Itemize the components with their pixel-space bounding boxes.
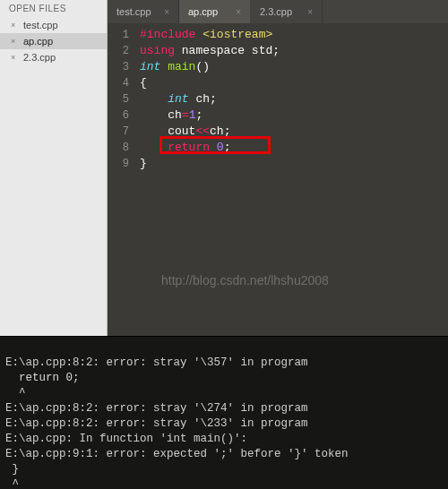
watermark: http://blog.csdn.net/lhshu2008: [161, 272, 329, 288]
console-line: ^: [5, 387, 26, 399]
console-line: ^: [5, 478, 19, 489]
sidebar-item-ap[interactable]: × ap.cpp: [0, 33, 107, 49]
code-editor[interactable]: 1 2 3 4 5 6 7 8 9 #include <iostream> us…: [108, 23, 448, 336]
close-icon[interactable]: ×: [11, 53, 20, 62]
tab-ap[interactable]: ap.cpp ×: [179, 0, 251, 23]
tab-label: test.cpp: [116, 6, 151, 17]
console-line: E:\ap.cpp:9:1: error: expected ';' befor…: [5, 448, 349, 460]
console-line: E:\ap.cpp:8:2: error: stray '\274' in pr…: [5, 402, 308, 415]
close-icon[interactable]: ×: [307, 7, 313, 17]
close-icon[interactable]: ×: [11, 21, 20, 30]
line-gutter: 1 2 3 4 5 6 7 8 9: [108, 23, 134, 336]
console-line: }: [5, 463, 19, 476]
editor-pane: test.cpp × ap.cpp × 2.3.cpp × 1 2 3 4 5 …: [108, 0, 448, 336]
sidebar: OPEN FILES × test.cpp × ap.cpp × 2.3.cpp: [0, 0, 108, 336]
code-area[interactable]: #include <iostream> using namespace std;…: [134, 23, 448, 336]
console-line: E:\ap.cpp:8:2: error: stray '\357' in pr…: [5, 356, 308, 369]
build-output[interactable]: E:\ap.cpp:8:2: error: stray '\357' in pr…: [0, 336, 448, 489]
sidebar-item-23[interactable]: × 2.3.cpp: [0, 49, 107, 65]
tab-test[interactable]: test.cpp ×: [108, 0, 179, 23]
open-files-header: OPEN FILES: [0, 0, 107, 17]
sidebar-item-label: test.cpp: [23, 20, 58, 30]
tab-label: ap.cpp: [188, 6, 218, 17]
console-line: E:\ap.cpp: In function 'int main()':: [5, 433, 247, 445]
console-line: return 0;: [5, 372, 80, 384]
sidebar-item-test[interactable]: × test.cpp: [0, 17, 107, 33]
tab-bar: test.cpp × ap.cpp × 2.3.cpp ×: [108, 0, 448, 23]
tab-23[interactable]: 2.3.cpp ×: [251, 0, 323, 23]
top-area: OPEN FILES × test.cpp × ap.cpp × 2.3.cpp…: [0, 0, 448, 336]
tab-label: 2.3.cpp: [260, 6, 292, 17]
close-icon[interactable]: ×: [236, 7, 241, 17]
console-line: E:\ap.cpp:8:2: error: stray '\233' in pr…: [5, 417, 308, 430]
close-icon[interactable]: ×: [164, 7, 169, 17]
close-icon[interactable]: ×: [11, 37, 20, 46]
sidebar-item-label: ap.cpp: [23, 36, 53, 47]
sidebar-item-label: 2.3.cpp: [23, 52, 56, 63]
